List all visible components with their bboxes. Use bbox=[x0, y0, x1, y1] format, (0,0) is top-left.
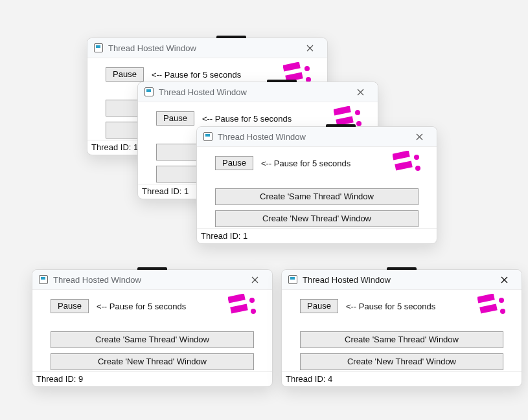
pause-button[interactable]: Pause bbox=[156, 111, 194, 126]
pause-button[interactable]: Pause bbox=[215, 156, 253, 170]
pause-hint: <-- Pause for 5 seconds bbox=[97, 302, 186, 311]
pause-hint: <-- Pause for 5 seconds bbox=[202, 114, 292, 124]
close-icon bbox=[416, 133, 423, 140]
svg-point-10 bbox=[414, 155, 419, 160]
thread-id-value: 1 bbox=[184, 186, 189, 196]
close-button[interactable] bbox=[296, 39, 323, 57]
app-icon bbox=[288, 275, 297, 284]
window: Thread Hosted Window Pause <-- Pause for… bbox=[281, 269, 522, 387]
app-icon bbox=[144, 87, 154, 96]
status-prefix: Thread ID: bbox=[91, 142, 133, 152]
create-new-thread-button[interactable]: Create 'New Thread' Window bbox=[300, 353, 503, 370]
status-prefix: Thread ID: bbox=[201, 231, 243, 241]
svg-point-2 bbox=[304, 66, 310, 71]
titlebar[interactable]: Thread Hosted Window bbox=[197, 127, 437, 147]
status-prefix: Thread ID: bbox=[142, 186, 184, 196]
thread-id-value: 9 bbox=[78, 374, 83, 384]
logo-icon bbox=[393, 151, 422, 174]
app-icon bbox=[94, 43, 103, 52]
close-button[interactable] bbox=[490, 271, 518, 289]
svg-point-7 bbox=[356, 121, 362, 126]
create-same-thread-button[interactable]: Create 'Same Thread' Window bbox=[215, 188, 419, 205]
logo-icon bbox=[477, 294, 507, 317]
svg-rect-12 bbox=[228, 294, 246, 304]
svg-rect-8 bbox=[393, 151, 410, 160]
titlebar[interactable]: Thread Hosted Window bbox=[87, 38, 327, 58]
window: Thread Hosted Window Pause <-- Pause for… bbox=[196, 126, 437, 244]
create-same-thread-button[interactable]: Create 'Same Thread' Window bbox=[300, 331, 503, 348]
thread-id-value: 1 bbox=[243, 231, 247, 241]
pause-button[interactable]: Pause bbox=[106, 67, 144, 82]
logo-icon bbox=[228, 294, 258, 317]
client-area: Pause <-- Pause for 5 seconds Create 'Sa… bbox=[197, 147, 437, 228]
svg-point-19 bbox=[500, 309, 505, 314]
close-button[interactable] bbox=[241, 271, 268, 289]
svg-point-6 bbox=[355, 110, 360, 115]
svg-rect-16 bbox=[477, 294, 495, 304]
svg-point-11 bbox=[415, 166, 420, 171]
svg-rect-0 bbox=[283, 62, 301, 72]
close-icon bbox=[306, 45, 314, 52]
status-prefix: Thread ID: bbox=[36, 374, 78, 384]
pause-button[interactable]: Pause bbox=[300, 299, 338, 313]
app-icon bbox=[39, 275, 48, 284]
titlebar[interactable]: Thread Hosted Window bbox=[282, 270, 522, 290]
svg-point-15 bbox=[251, 309, 256, 314]
svg-rect-17 bbox=[479, 304, 498, 313]
create-new-thread-button[interactable]: Create 'New Thread' Window bbox=[215, 210, 419, 227]
status-bar: Thread ID: 9 bbox=[32, 371, 272, 386]
svg-rect-13 bbox=[230, 304, 248, 313]
close-button[interactable] bbox=[347, 83, 374, 101]
svg-point-14 bbox=[249, 298, 255, 303]
close-icon bbox=[357, 89, 364, 96]
app-icon bbox=[203, 132, 212, 141]
create-new-thread-button[interactable]: Create 'New Thread' Window bbox=[51, 353, 254, 370]
client-area: Pause <-- Pause for 5 seconds Create 'Sa… bbox=[282, 290, 522, 371]
svg-rect-9 bbox=[395, 160, 413, 170]
close-icon bbox=[251, 276, 258, 283]
close-button[interactable] bbox=[406, 127, 433, 146]
thread-id-value: 4 bbox=[328, 374, 332, 384]
pause-hint: <-- Pause for 5 seconds bbox=[346, 302, 435, 311]
window: Thread Hosted Window Pause <-- Pause for… bbox=[32, 269, 273, 387]
client-area: Pause <-- Pause for 5 seconds Create 'Sa… bbox=[32, 290, 272, 371]
window-title: Thread Hosted Window bbox=[218, 132, 306, 142]
close-icon bbox=[501, 276, 508, 283]
titlebar[interactable]: Thread Hosted Window bbox=[32, 270, 272, 290]
pause-hint: <-- Pause for 5 seconds bbox=[261, 159, 350, 168]
titlebar[interactable]: Thread Hosted Window bbox=[138, 82, 378, 102]
status-prefix: Thread ID: bbox=[286, 374, 328, 384]
status-bar: Thread ID: 1 bbox=[197, 228, 437, 243]
window-title: Thread Hosted Window bbox=[53, 275, 141, 285]
svg-point-18 bbox=[499, 298, 504, 303]
create-same-thread-button[interactable]: Create 'Same Thread' Window bbox=[51, 331, 254, 348]
pause-button[interactable]: Pause bbox=[51, 299, 89, 313]
pause-hint: <-- Pause for 5 seconds bbox=[152, 70, 241, 80]
svg-rect-4 bbox=[334, 106, 351, 116]
window-title: Thread Hosted Window bbox=[159, 87, 247, 97]
window-title: Thread Hosted Window bbox=[303, 275, 391, 285]
window-title: Thread Hosted Window bbox=[108, 43, 196, 53]
status-bar: Thread ID: 4 bbox=[282, 371, 522, 386]
